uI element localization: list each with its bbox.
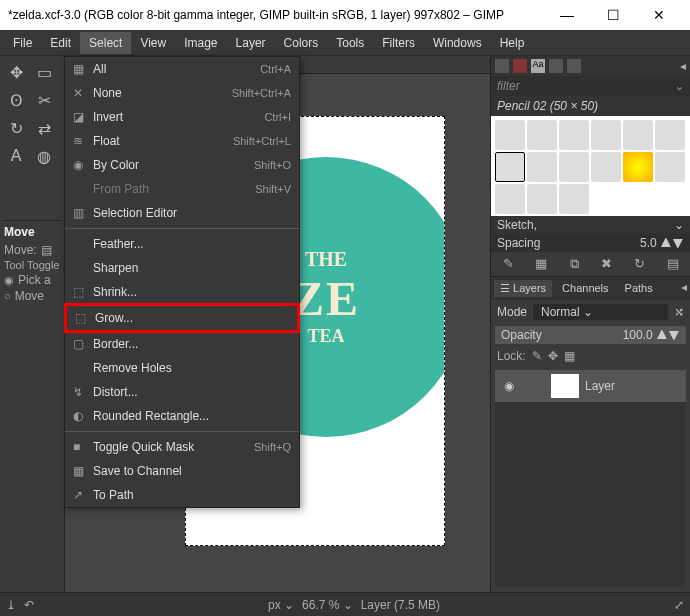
tab-channels[interactable]: Channels <box>556 280 614 297</box>
minimize-button[interactable]: — <box>544 0 590 30</box>
new-icon[interactable]: ▦ <box>533 256 549 272</box>
menu-item-from-path: From PathShift+V <box>65 177 299 201</box>
tab-paths[interactable]: Paths <box>619 280 659 297</box>
menu-icon[interactable]: ▤ <box>665 256 681 272</box>
layer-thumbnail <box>551 374 579 398</box>
menu-item-by-color[interactable]: ◉By ColorShift+O <box>65 153 299 177</box>
lasso-tool-icon[interactable]: ʘ <box>2 86 30 114</box>
dock-tab-icon[interactable] <box>495 59 509 73</box>
rect-select-icon[interactable]: ▭ <box>30 58 58 86</box>
opt-pick[interactable]: ◉ Pick a <box>4 273 60 287</box>
dock-tab-icon[interactable] <box>567 59 581 73</box>
dock-tabs: Aa ◂ <box>491 56 690 76</box>
right-panel: Aa ◂ filter⌄ Pencil 02 (50 × 50) Sketch,… <box>490 56 690 616</box>
menu-image[interactable]: Image <box>175 32 226 54</box>
save-icon[interactable]: ⤓ <box>6 598 16 612</box>
menu-item-distort[interactable]: ↯Distort... <box>65 380 299 404</box>
brush-grid[interactable] <box>491 116 690 216</box>
menu-filters[interactable]: Filters <box>373 32 424 54</box>
refresh-icon[interactable]: ↻ <box>632 256 648 272</box>
menubar: FileEditSelectViewImageLayerColorsToolsF… <box>0 30 690 56</box>
dock-tab-icon[interactable]: Aa <box>531 59 545 73</box>
menu-item-shrink[interactable]: ⬚Shrink... <box>65 280 299 304</box>
menu-item-to-path[interactable]: ↗To Path <box>65 483 299 507</box>
status-info: Layer (7.5 MB) <box>361 598 440 612</box>
brush-name: Pencil 02 (50 × 50) <box>491 96 690 116</box>
lock-alpha-icon[interactable]: ▦ <box>564 349 575 363</box>
lock-paint-icon[interactable]: ✎ <box>532 349 542 363</box>
menu-tools[interactable]: Tools <box>327 32 373 54</box>
layer-tabs: ☰ LayersChannelsPaths◂ <box>491 277 690 300</box>
menu-item-all[interactable]: ▦AllCtrl+A <box>65 57 299 81</box>
dock-tab-icon[interactable] <box>549 59 563 73</box>
menu-item-rounded-rectangle[interactable]: ◐Rounded Rectangle... <box>65 404 299 428</box>
menu-layer[interactable]: Layer <box>227 32 275 54</box>
maximize-button[interactable]: ☐ <box>590 0 636 30</box>
menu-item-border[interactable]: ▢Border... <box>65 332 299 356</box>
layer-name[interactable]: Layer <box>585 379 615 393</box>
menu-item-remove-holes[interactable]: Remove Holes <box>65 356 299 380</box>
brush-filter[interactable]: filter⌄ <box>491 76 690 96</box>
window-titlebar: *zelda.xcf-3.0 (RGB color 8-bit gamma in… <box>0 0 690 30</box>
menu-item-save-to-channel[interactable]: ▦Save to Channel <box>65 459 299 483</box>
menu-edit[interactable]: Edit <box>41 32 80 54</box>
tool-options: Move Move: ▤ Tool Toggle ◉ Pick a ○ Move <box>0 216 64 309</box>
visibility-icon[interactable]: ◉ <box>499 379 519 393</box>
select-menu-dropdown: ▦AllCtrl+A✕NoneShift+Ctrl+A◪InvertCtrl+I… <box>64 56 300 508</box>
unit-select[interactable]: px ⌄ <box>268 598 294 612</box>
menu-item-grow[interactable]: ⬚Grow... <box>64 303 300 333</box>
menu-item-selection-editor[interactable]: ▥Selection Editor <box>65 201 299 225</box>
nav-icon[interactable]: ⤢ <box>674 598 684 612</box>
brush-category[interactable]: Sketch,⌄ <box>491 216 690 234</box>
crop-tool-icon[interactable]: ✂ <box>30 86 58 114</box>
statusbar: ⤓ ↶ px ⌄ 66.7 % ⌄ Layer (7.5 MB) ⤢ <box>0 592 690 616</box>
menu-item-invert[interactable]: ◪InvertCtrl+I <box>65 105 299 129</box>
menu-item-toggle-quick-mask[interactable]: ■Toggle Quick MaskShift+Q <box>65 435 299 459</box>
dock-menu-icon[interactable]: ◂ <box>680 59 686 73</box>
mode-switch-icon[interactable]: ⤭ <box>674 305 684 319</box>
lock-row: Lock: ✎ ✥ ▦ <box>491 346 690 366</box>
dock-tab-icon[interactable] <box>513 59 527 73</box>
menu-file[interactable]: File <box>4 32 41 54</box>
move-mode-row: Move: ▤ <box>4 243 60 257</box>
layer-list: ◉ Layer <box>495 370 686 587</box>
spacing-row[interactable]: Spacing 5.0 ⯅⯆ <box>491 234 690 252</box>
layer-row[interactable]: ◉ Layer <box>495 370 686 402</box>
menu-select[interactable]: Select <box>80 32 131 54</box>
text-tool-icon[interactable]: A <box>2 142 30 170</box>
menu-view[interactable]: View <box>131 32 175 54</box>
menu-item-float[interactable]: ≋FloatShift+Ctrl+L <box>65 129 299 153</box>
tab-menu-icon[interactable]: ◂ <box>681 280 687 297</box>
close-button[interactable]: ✕ <box>636 0 682 30</box>
brush-actions: ✎ ▦ ⧉ ✖ ↻ ▤ <box>491 252 690 277</box>
tool-options-header: Move <box>4 225 60 239</box>
zoom-select[interactable]: 66.7 % ⌄ <box>302 598 353 612</box>
menu-item-sharpen[interactable]: Sharpen <box>65 256 299 280</box>
tool-toggle-label: Tool Toggle <box>4 259 60 271</box>
tab-layers[interactable]: ☰ Layers <box>494 280 552 297</box>
lock-move-icon[interactable]: ✥ <box>548 349 558 363</box>
bucket-tool-icon[interactable]: ◍ <box>30 142 58 170</box>
rotate-tool-icon[interactable]: ↻ <box>2 114 30 142</box>
mode-row: Mode Normal ⌄ ⤭ <box>491 300 690 324</box>
menu-item-none[interactable]: ✕NoneShift+Ctrl+A <box>65 81 299 105</box>
edit-icon[interactable]: ✎ <box>500 256 516 272</box>
menu-item-feather[interactable]: Feather... <box>65 232 299 256</box>
opt-move[interactable]: ○ Move <box>4 289 60 303</box>
menu-help[interactable]: Help <box>491 32 534 54</box>
menu-windows[interactable]: Windows <box>424 32 491 54</box>
layer-icon[interactable]: ▤ <box>41 243 52 257</box>
menu-colors[interactable]: Colors <box>275 32 328 54</box>
duplicate-icon[interactable]: ⧉ <box>566 256 582 272</box>
move-tool-icon[interactable]: ✥ <box>2 58 30 86</box>
mode-select[interactable]: Normal ⌄ <box>533 304 668 320</box>
window-title: *zelda.xcf-3.0 (RGB color 8-bit gamma in… <box>8 8 544 22</box>
toolbox: ✥ ▭ ʘ ✂ ↻ ⇄ A ◍ <box>0 56 64 172</box>
left-panel: ✥ ▭ ʘ ✂ ↻ ⇄ A ◍ Move Move: ▤ Tool Toggle… <box>0 56 65 616</box>
revert-icon[interactable]: ↶ <box>24 598 34 612</box>
flip-tool-icon[interactable]: ⇄ <box>30 114 58 142</box>
opacity-row[interactable]: Opacity 100.0 ⯅⯆ <box>495 326 686 344</box>
delete-icon[interactable]: ✖ <box>599 256 615 272</box>
